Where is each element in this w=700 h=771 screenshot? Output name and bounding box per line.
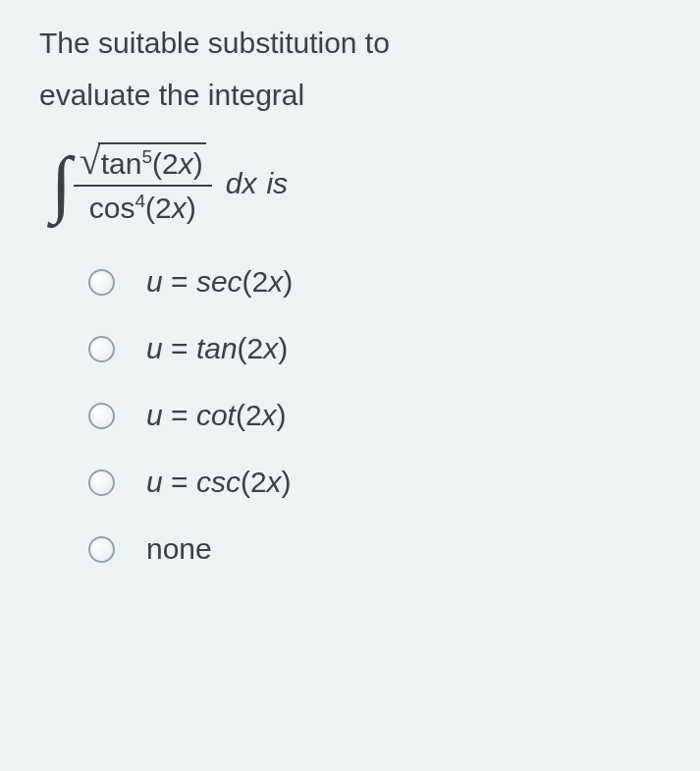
option-2-eq: = [163, 332, 196, 364]
sqrt-content: tan5(2x) [98, 142, 206, 181]
option-1-eq: = [163, 265, 196, 298]
num-func: tan [101, 147, 142, 180]
option-4-text: u = csc(2x) [146, 466, 292, 499]
option-3-func: cot [196, 399, 236, 431]
option-3-eq: = [163, 399, 196, 431]
option-4-var: u [146, 466, 163, 498]
dx: dx [226, 167, 257, 200]
option-2-arg: (2x) [238, 332, 289, 364]
option-4-arg: (2x) [241, 466, 292, 498]
numerator: √ tan5(2x) [74, 141, 212, 187]
question-line-1: The suitable substitution to [39, 27, 390, 59]
radio-icon[interactable] [88, 269, 115, 296]
option-1-func: sec [196, 265, 242, 298]
option-2-func: tan [196, 332, 238, 364]
integral-expression: ∫ √ tan5(2x) cos4(2x) dx is [51, 140, 661, 226]
option-3-var: u [146, 399, 163, 431]
radio-icon[interactable] [88, 469, 115, 496]
denominator: cos4(2x) [83, 187, 202, 225]
integral-symbol-icon: ∫ [51, 140, 72, 226]
option-5-text: none [146, 532, 212, 566]
option-4[interactable]: u = csc(2x) [88, 466, 661, 499]
option-2[interactable]: u = tan(2x) [88, 332, 661, 365]
option-1-text: u = sec(2x) [146, 265, 293, 299]
option-4-func: csc [196, 466, 241, 498]
option-2-var: u [146, 332, 163, 364]
num-arg: (2x) [152, 147, 203, 180]
option-1-var: u [146, 265, 163, 298]
option-3[interactable]: u = cot(2x) [88, 399, 661, 432]
option-1[interactable]: u = sec(2x) [88, 265, 661, 299]
question-line-2: evaluate the integral [39, 79, 304, 111]
den-exp: 4 [135, 191, 146, 211]
option-2-text: u = tan(2x) [146, 332, 288, 365]
radio-icon[interactable] [88, 403, 115, 429]
den-arg: (2x) [145, 192, 196, 224]
radio-icon[interactable] [88, 536, 115, 563]
suffix: is [266, 167, 288, 200]
option-3-arg: (2x) [236, 399, 287, 431]
option-1-arg: (2x) [242, 265, 294, 298]
num-exp: 5 [142, 146, 153, 167]
sqrt: √ tan5(2x) [80, 141, 206, 181]
den-func: cos [89, 192, 135, 224]
option-3-text: u = cot(2x) [146, 399, 287, 432]
radio-icon[interactable] [88, 336, 115, 362]
option-4-eq: = [163, 466, 196, 498]
options-list: u = sec(2x) u = tan(2x) u = cot(2x) u = … [88, 265, 661, 566]
fraction: √ tan5(2x) cos4(2x) [74, 141, 212, 225]
question-stem: The suitable substitution to evaluate th… [39, 18, 661, 121]
question-container: The suitable substitution to evaluate th… [0, 0, 700, 629]
option-5[interactable]: none [88, 532, 661, 566]
